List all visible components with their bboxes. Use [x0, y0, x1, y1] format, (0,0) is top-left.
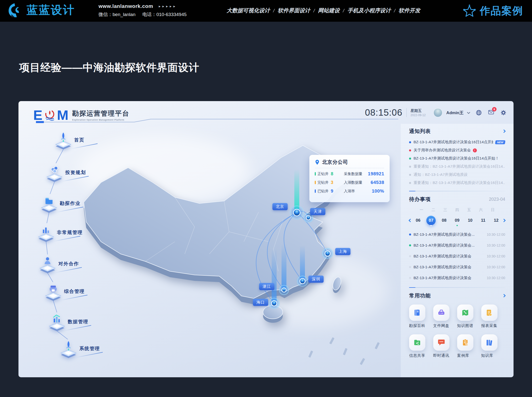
section-divider	[409, 191, 505, 191]
sidebar-item-data[interactable]: 数据管理	[48, 312, 88, 331]
user-avatar[interactable]	[433, 108, 442, 117]
notification-item[interactable]: 重要通知：BZ-13-1-A7井测试地质设计决策会16日14...	[409, 162, 505, 171]
city-label-shenzhen[interactable]: 深圳	[308, 276, 324, 283]
stat-completed: 完钻井 3	[315, 180, 344, 185]
function-instant-messaging[interactable]: 即时通讯	[433, 334, 457, 358]
clipboard-icon	[457, 334, 473, 351]
calendar-day[interactable]: 10	[464, 216, 477, 225]
sidebar-item-comprehensive[interactable]: 综合管理	[44, 282, 85, 301]
city-label-shanghai[interactable]: 上海	[335, 248, 350, 255]
city-label-beijing[interactable]: 北京	[272, 203, 288, 210]
function-encyclopedia[interactable]: 勘探百科	[409, 305, 433, 328]
graph-map-icon	[457, 305, 473, 321]
coins-platform-icon	[45, 163, 64, 182]
globe-icon[interactable]	[476, 109, 482, 116]
todo-dot	[409, 266, 411, 268]
city-label-haikou[interactable]: 海口	[253, 299, 268, 306]
sidebar-item-home[interactable]: 首页	[54, 131, 84, 149]
functions-title: 常用功能	[409, 292, 431, 299]
todo-item[interactable]: BZ-13-1-A7井测试地质设计决策会... 10:30-12:00	[409, 240, 505, 251]
map-pin-icon	[315, 159, 320, 165]
todo-dot	[409, 234, 411, 235]
dashboard-screenshot: E M 勘探运营管理平台 Exploration Operation Manag…	[18, 101, 514, 377]
todo-title: 待办事项	[409, 196, 431, 203]
printer-platform-icon	[44, 282, 63, 301]
chevron-down-icon[interactable]	[467, 111, 470, 114]
function-knowledge-graph[interactable]: 知识图谱	[457, 305, 481, 328]
calendar-day[interactable]: 09	[451, 216, 464, 225]
todo-item[interactable]: BZ-13-1-A7井测试地质设计决策会... 10:30-12:00	[409, 229, 505, 240]
chat-icon	[433, 334, 449, 351]
metric-lake: 入湖数据量 64538	[344, 180, 384, 185]
site-logo[interactable]: 蓝蓝设计	[7, 2, 75, 18]
sidebar-item-exploration[interactable]: 勘探作业	[40, 194, 81, 213]
site-header: 蓝蓝设计 www.lanlanwork.com ►►►►► 微信：ben_lan…	[0, 0, 532, 22]
city-label-tianjin[interactable]: 天津	[310, 208, 325, 215]
tooltip-title: 北京分公司	[322, 159, 348, 165]
section-divider	[409, 287, 505, 288]
sidebar-item-unconventional[interactable]: 非常规管理	[37, 223, 83, 242]
notification-item[interactable]: 通知：BZ-13-1-A7井测试地质设	[409, 171, 505, 179]
nav-item-bigdata[interactable]: 大数据可视化设计	[227, 7, 270, 14]
shenzhen-marker[interactable]	[297, 276, 308, 287]
function-knowledge-base[interactable]: 知识库	[481, 334, 505, 358]
nav-separator: /	[343, 8, 344, 14]
nav-item-mobile[interactable]: 手机及小程序设计	[348, 7, 391, 14]
nav-item-dev[interactable]: 软件开发	[399, 7, 420, 14]
calendar-day[interactable]: 11	[477, 216, 490, 225]
divider	[315, 168, 384, 168]
ecm-logo: E M 勘探运营管理平台 Exploration Operation Manag…	[33, 107, 129, 123]
portfolio-link[interactable]: 作品案例	[463, 4, 523, 18]
folder-platform-icon	[40, 194, 58, 213]
notification-list: BZ-13-1-A7井测试地质设计决策会16日14点开始 NEW 关于用举办井测…	[409, 138, 505, 187]
drive-icon	[433, 305, 449, 321]
books-icon	[481, 334, 498, 351]
notification-item[interactable]: BZ-13-1-A7井测试地质设计决策会16日14点开始！	[409, 154, 505, 162]
todo-dot	[409, 255, 411, 257]
notifications-title: 通知列表	[409, 128, 431, 135]
share-folder-icon	[409, 334, 425, 351]
beijing-marker[interactable]	[290, 206, 304, 219]
todo-item[interactable]: BZ-13-1-A7井测试地质设计决策会 10:30-12:00	[409, 272, 505, 283]
zhanjiang-marker[interactable]	[279, 285, 289, 295]
shanghai-marker[interactable]	[322, 248, 333, 259]
notification-item[interactable]: 关于用举办井测试地质设计决策会 !	[409, 146, 505, 154]
mail-button[interactable]: 6	[488, 109, 494, 116]
notification-item[interactable]: 重要通知：BZ-13-1-A7井测试地质设计决策会16日14...	[409, 179, 505, 187]
arrows-decoration: ►►►►►	[158, 5, 176, 8]
nav-item-website[interactable]: 网站建设	[318, 7, 340, 14]
sidebar-item-system[interactable]: 系统管理	[59, 339, 100, 358]
todo-item[interactable]: BZ-13-1-A7井测试地质设计决策会 10:30-12:00	[409, 251, 505, 262]
notification-item[interactable]: BZ-13-1-A7井测试地质设计决策会16日14点开始 NEW	[409, 138, 505, 146]
todo-list: BZ-13-1-A7井测试地质设计决策会... 10:30-12:00 BZ-1…	[409, 229, 505, 283]
date-block: 星期五 2022-09-12	[411, 108, 426, 117]
calendar-day-selected[interactable]: 07	[425, 216, 438, 225]
calendar-next-icon[interactable]	[502, 219, 506, 222]
functions-grid: 勘探百科 文件网盘 知识图谱	[409, 305, 505, 358]
function-info-share[interactable]: 信息共享	[409, 334, 433, 358]
shard-decoration	[360, 358, 365, 365]
sidebar-item-cooperation[interactable]: 对外合作	[38, 254, 79, 273]
function-file-drive[interactable]: 文件网盘	[433, 305, 457, 328]
site-url[interactable]: www.lanlanwork.com	[99, 3, 153, 9]
haikou-marker[interactable]	[269, 298, 280, 309]
city-label-zhanjiang[interactable]: 湛江	[259, 283, 274, 290]
todo-item[interactable]: BZ-13-1-A7井测试地质设计决策会 10:30-12:00	[409, 262, 505, 272]
nav-separator: /	[273, 8, 275, 14]
clock-date: 2022-09-12	[411, 113, 426, 117]
calendar-day[interactable]: 12	[490, 216, 503, 225]
gear-icon[interactable]	[500, 109, 507, 116]
sidebar-item-investment[interactable]: 投资规划	[45, 163, 86, 182]
user-name[interactable]: Admin王	[446, 110, 464, 116]
function-case-library[interactable]: 案例库	[457, 334, 481, 358]
lanlan-logo-icon	[7, 2, 23, 18]
page: 蓝蓝设计 www.lanlanwork.com ►►►►► 微信：ben_lan…	[0, 0, 532, 397]
functions-more-icon[interactable]	[502, 294, 506, 297]
function-report-collect[interactable]: 报表采集	[481, 305, 505, 328]
calendar-day[interactable]: 08	[438, 216, 451, 225]
shard-decoration	[308, 350, 313, 358]
book-icon	[409, 305, 425, 321]
notifications-more-icon[interactable]	[502, 129, 506, 133]
nav-item-software-ui[interactable]: 软件界面设计	[278, 7, 310, 14]
calendar-day[interactable]: 06	[412, 216, 425, 225]
